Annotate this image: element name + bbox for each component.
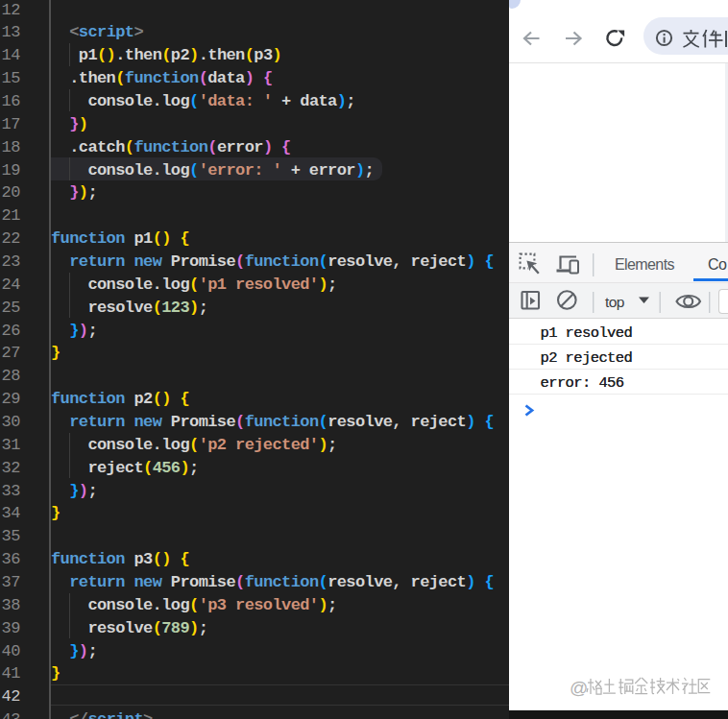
svg-text:@: @ [570,678,588,698]
